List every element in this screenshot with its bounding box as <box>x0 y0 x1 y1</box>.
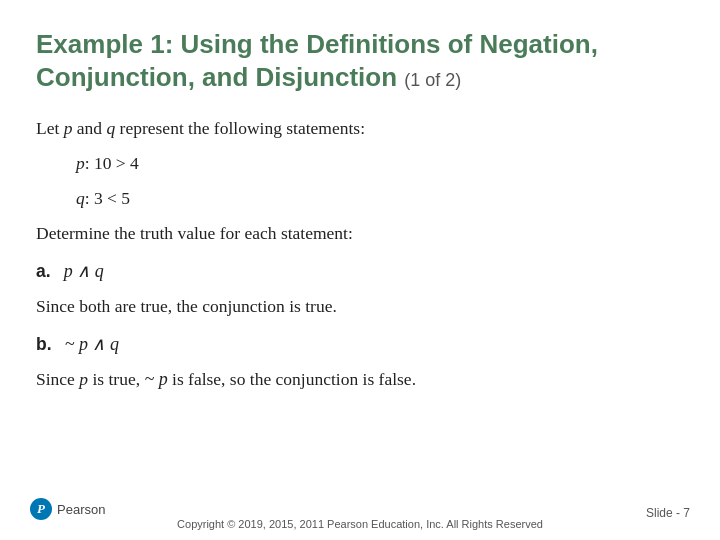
part-a-explanation: Since both are true, the conjunction is … <box>36 293 684 320</box>
part-b-expression: ~ p ∧ q <box>65 334 119 354</box>
slide-content: Example 1: Using the Definitions of Nega… <box>0 0 720 422</box>
part-a-label: a. <box>36 261 51 281</box>
statement-q: q: 3 < 5 <box>36 185 684 212</box>
intro-text: Let p and q represent the following stat… <box>36 115 684 142</box>
part-b-label: b. <box>36 334 52 354</box>
copyright-text: Copyright © 2019, 2015, 2011 Pearson Edu… <box>177 518 543 530</box>
part-a-expression: p ∧ q <box>64 261 104 281</box>
statement-p: p: 10 > 4 <box>36 150 684 177</box>
logo-letter: P <box>37 501 45 517</box>
slide-number: Slide - 7 <box>646 506 690 520</box>
part-b-explanation: Since p is true, ~ p is false, so the co… <box>36 366 684 394</box>
part-a-label-row: a. p ∧ q <box>36 258 684 286</box>
title-main: Example 1: Using the Definitions of Nega… <box>36 29 598 92</box>
pearson-logo-text: Pearson <box>57 502 105 517</box>
direction-text: Determine the truth value for each state… <box>36 220 684 247</box>
footer: P Pearson Copyright © 2019, 2015, 2011 P… <box>0 518 720 530</box>
pearson-logo-circle: P <box>30 498 52 520</box>
title-subtitle: (1 of 2) <box>404 70 461 90</box>
slide-title: Example 1: Using the Definitions of Nega… <box>36 28 684 93</box>
pearson-logo: P Pearson <box>30 498 105 520</box>
part-b-label-row: b. ~ p ∧ q <box>36 331 684 359</box>
